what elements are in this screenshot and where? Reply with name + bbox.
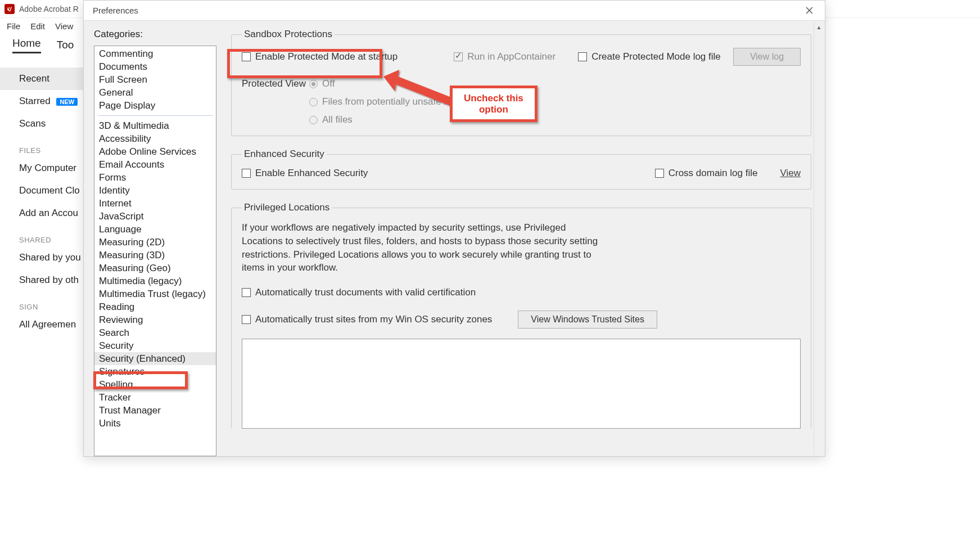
cat-measuring-3d[interactable]: Measuring (3D) [94,249,216,262]
checkbox-create-pm-log[interactable] [578,52,587,61]
cat-documents[interactable]: Documents [94,60,216,73]
pv-all-label: All files [322,114,353,125]
cat-3d-multimedia[interactable]: 3D & Multimedia [94,119,216,132]
nav-scans[interactable]: Scans [0,113,84,135]
nav-shared-by-you[interactable]: Shared by you [0,246,84,269]
cat-email-accounts[interactable]: Email Accounts [94,158,216,171]
dialog-scrollbar[interactable]: ▲ [814,22,824,455]
cat-trust-manager[interactable]: Trust Manager [94,404,216,417]
cat-internet[interactable]: Internet [94,197,216,210]
cat-units[interactable]: Units [94,417,216,430]
settings-panel: Sandbox Protections Enable Protected Mod… [224,21,825,456]
checkbox-enable-enhanced[interactable] [242,169,251,178]
checkbox-auto-trust-os[interactable] [242,315,251,324]
cat-adobe-online[interactable]: Adobe Online Services [94,145,216,158]
cat-identity[interactable]: Identity [94,184,216,197]
nav-shared-by-others[interactable]: Shared by oth [0,269,84,291]
group-sandbox: Sandbox Protections Enable Protected Mod… [231,29,811,136]
scroll-up-icon[interactable]: ▲ [814,22,824,32]
cat-security-enhanced[interactable]: Security (Enhanced) [94,352,216,365]
cat-multimedia-legacy[interactable]: Multimedia (legacy) [94,275,216,287]
cross-domain-row[interactable]: Cross domain log file [655,168,758,179]
group-enhanced-legend: Enhanced Security [242,149,327,160]
nav-starred-label: Starred [19,96,51,106]
nav-document-cloud[interactable]: Document Clo [0,179,84,202]
checkbox-enable-protected-mode[interactable] [242,52,251,61]
categories-list[interactable]: Commenting Documents Full Screen General… [94,46,216,456]
cat-commenting[interactable]: Commenting [94,47,216,60]
group-privileged-legend: Privileged Locations [242,202,332,213]
preferences-dialog: Preferences Categories: Commenting Docum… [83,0,825,457]
categories-separator [98,115,213,116]
tab-home[interactable]: Home [12,37,41,53]
privileged-description: If your workflows are negatively impacte… [242,221,602,275]
cat-reading[interactable]: Reading [94,300,216,313]
checkbox-cross-domain[interactable] [655,169,664,178]
cat-language[interactable]: Language [94,223,216,236]
cat-security[interactable]: Security [94,339,216,352]
enable-protected-mode-row[interactable]: Enable Protected Mode at startup [242,51,398,62]
run-appcontainer-row: Run in AppContainer [454,51,556,62]
cat-page-display[interactable]: Page Display [94,99,216,112]
group-enhanced: Enhanced Security Enable Enhanced Securi… [231,149,811,190]
cross-domain-label: Cross domain log file [669,168,758,179]
cat-general[interactable]: General [94,86,216,99]
checkbox-run-appcontainer [454,52,463,61]
radio-pv-off [309,80,318,88]
radio-pv-all [309,116,318,124]
cat-reviewing[interactable]: Reviewing [94,313,216,326]
checkbox-auto-trust-cert[interactable] [242,288,251,297]
create-pm-log-row[interactable]: Create Protected Mode log file [578,51,721,62]
privileged-list-box[interactable] [242,339,801,429]
nav-heading-shared: SHARED [0,224,84,246]
app-title: Adobe Acrobat R [19,5,79,14]
home-left-nav: Recent Starred NEW Scans FILES My Comput… [0,56,84,336]
auto-trust-cert-label: Automatically trust documents with valid… [255,287,476,298]
auto-trust-cert-row[interactable]: Automatically trust documents with valid… [242,287,801,298]
view-log-button[interactable]: View log [733,48,801,66]
nav-all-agreements[interactable]: All Agreemen [0,313,84,336]
dialog-title: Preferences [93,6,138,15]
run-appcontainer-label: Run in AppContainer [467,51,556,62]
app-tabs: Home Too [0,34,74,56]
pv-unsafe-label: Files from potentially unsafe location [322,96,477,107]
close-icon[interactable] [799,3,819,19]
cat-spelling[interactable]: Spelling [94,378,216,391]
radio-pv-unsafe [309,98,318,106]
cat-full-screen[interactable]: Full Screen [94,73,216,86]
cat-signatures[interactable]: Signatures [94,365,216,378]
cat-measuring-2d[interactable]: Measuring (2D) [94,236,216,249]
cat-search[interactable]: Search [94,326,216,339]
pv-off-label: Off [322,78,335,89]
auto-trust-os-label: Automatically trust sites from my Win OS… [255,314,492,325]
categories-panel: Categories: Commenting Documents Full Sc… [84,21,224,456]
nav-heading-files: FILES [0,135,84,157]
group-privileged: Privileged Locations If your workflows a… [231,202,811,429]
protected-view-label: Protected View [242,78,309,125]
create-pm-log-label: Create Protected Mode log file [591,51,721,62]
nav-starred[interactable]: Starred NEW [0,90,84,113]
enable-enhanced-label: Enable Enhanced Security [255,168,368,179]
adobe-logo-icon [4,4,15,14]
cat-measuring-geo[interactable]: Measuring (Geo) [94,262,216,275]
menubar: File Edit View S [0,18,89,34]
menu-edit[interactable]: Edit [30,21,45,31]
nav-recent[interactable]: Recent [0,68,84,90]
enable-protected-mode-label: Enable Protected Mode at startup [255,51,398,62]
dialog-titlebar: Preferences [84,1,825,21]
cat-tracker[interactable]: Tracker [94,391,216,404]
cat-accessibility[interactable]: Accessibility [94,132,216,145]
cat-multimedia-trust-legacy[interactable]: Multimedia Trust (legacy) [94,287,216,300]
nav-heading-sign: SIGN [0,291,84,313]
menu-view[interactable]: View [55,21,73,31]
tab-tools[interactable]: Too [57,39,74,51]
menu-file[interactable]: File [7,21,20,31]
enable-enhanced-row[interactable]: Enable Enhanced Security [242,168,368,179]
nav-add-account[interactable]: Add an Accou [0,202,84,224]
view-link[interactable]: View [780,168,801,179]
nav-my-computer[interactable]: My Computer [0,157,84,179]
view-trusted-sites-button[interactable]: View Windows Trusted Sites [518,311,657,329]
cat-javascript[interactable]: JavaScript [94,210,216,223]
auto-trust-os-row[interactable]: Automatically trust sites from my Win OS… [242,314,492,325]
cat-forms[interactable]: Forms [94,171,216,184]
